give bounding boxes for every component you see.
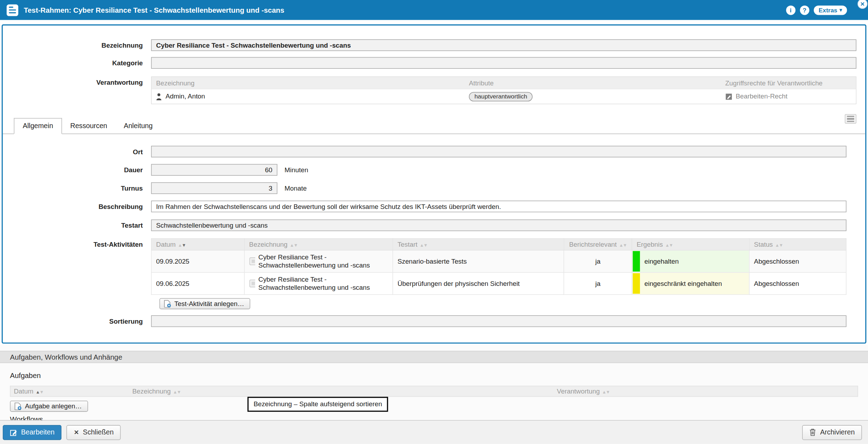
- kategorie-input[interactable]: [151, 57, 856, 69]
- aufgaben-title: Aufgaben: [10, 371, 868, 380]
- sort-icons: ▲▼: [290, 240, 298, 248]
- kategorie-label: Kategorie: [3, 57, 151, 67]
- recht-label: Bearbeiten-Recht: [736, 92, 788, 100]
- dauer-row: Dauer Minuten: [3, 164, 846, 176]
- turnus-label: Turnus: [3, 182, 151, 192]
- sort-icons: ▲▼: [178, 240, 186, 248]
- attribute-badge: hauptverantwortlich: [469, 92, 533, 101]
- cell-testart: Überprüfungen der physischen Sicherheit: [393, 272, 564, 295]
- bezeichnung-input[interactable]: [151, 39, 856, 51]
- col-bezeichnung[interactable]: Bezeichnung▲▼: [244, 239, 393, 250]
- test-aktivitaeten-table: Datum▲▼ Bezeichnung▲▼ Testart▲▼ Berichts…: [151, 238, 846, 295]
- col-status[interactable]: Status▲▼: [749, 239, 846, 250]
- ort-row: Ort: [3, 146, 846, 157]
- result-color-block: [633, 273, 640, 294]
- person-icon: [156, 93, 162, 100]
- activity-icon: [249, 279, 255, 288]
- add-document-icon: [164, 300, 171, 307]
- col-datum[interactable]: Datum▲▼: [151, 239, 244, 250]
- title-bar: Test-Rahmen: Cyber Resiliance Test - Sch…: [0, 0, 868, 20]
- trash-icon: [809, 428, 816, 436]
- layout-toggle-button[interactable]: [845, 114, 856, 124]
- info-button[interactable]: i: [786, 5, 795, 15]
- sortierung-input[interactable]: [151, 315, 846, 327]
- sort-icons: ▲▼: [602, 388, 610, 395]
- col-bezeichnung[interactable]: Bezeichnung▲▼: [132, 388, 557, 395]
- cell-status: Abgeschlossen: [749, 272, 846, 295]
- test-aktivitaeten-label: Test-Aktivitäten: [3, 238, 151, 248]
- section-header[interactable]: Aufgaben, Workflows und Anhänge: [0, 351, 868, 363]
- col-zugriffsrechte: Zugriffsrechte für Verantwortliche: [721, 79, 856, 87]
- sortierung-label: Sortierung: [3, 315, 151, 325]
- cell-testart: Szenario-basierte Tests: [393, 250, 564, 272]
- test-aktivitaet-anlegen-button[interactable]: Test-Aktivität anlegen…: [159, 298, 250, 309]
- sort-icons: ▲▼: [619, 240, 627, 248]
- caret-down-icon: ▾: [839, 7, 842, 13]
- testart-row: Testart: [3, 220, 846, 231]
- table-row[interactable]: 09.09.2025 Cyber Resiliance Test - Schwa…: [151, 250, 846, 272]
- app-window: Test-Rahmen: Cyber Resiliance Test - Sch…: [0, 0, 868, 444]
- footer-bar: Bearbeiten ✕ Schließen Archivieren: [0, 420, 868, 444]
- sort-tooltip: Bezeichnung – Spalte aufsteigend sortier…: [247, 397, 388, 412]
- table-row[interactable]: 09.06.2025 Cyber Resiliance Test - Schwa…: [151, 272, 846, 295]
- activity-icon: [249, 257, 255, 266]
- bezeichnung-row: Bezeichnung: [3, 39, 856, 51]
- archivieren-button[interactable]: Archivieren: [802, 425, 862, 440]
- cell-datum: 09.06.2025: [151, 272, 244, 295]
- sortierung-row: Sortierung: [3, 315, 846, 327]
- verantwortung-label: Verantwortung: [3, 77, 151, 86]
- col-verantwortung[interactable]: Verantwortung▲▼: [557, 388, 858, 395]
- tab-ressourcen[interactable]: Ressourcen: [62, 119, 116, 133]
- schliessen-button[interactable]: ✕ Schließen: [67, 425, 121, 440]
- test-aktivitaeten-row: Test-Aktivitäten Datum▲▼ Bezeichnung▲▼ T…: [3, 238, 846, 295]
- col-testart[interactable]: Testart▲▼: [393, 239, 564, 250]
- dauer-input[interactable]: [151, 164, 277, 176]
- tab-bar: Allgemein Ressourcen Anleitung: [3, 118, 865, 134]
- aufgaben-table-header: Datum▲▼ Bezeichnung▲▼ Verantwortung▲▼: [10, 386, 858, 397]
- sort-icons: ▲▼: [36, 388, 43, 395]
- ort-input[interactable]: [151, 146, 846, 157]
- dauer-label: Dauer: [3, 164, 151, 174]
- aufgabe-anlegen-button[interactable]: Aufgabe anlegen…: [10, 401, 88, 412]
- main-panel: Bezeichnung Kategorie Verantwortung Beze…: [2, 24, 867, 343]
- tab-anleitung[interactable]: Anleitung: [116, 119, 161, 133]
- turnus-input[interactable]: [151, 182, 277, 194]
- cell-ergebnis: eingeschränkt eingehalten: [632, 272, 749, 295]
- turnus-row: Turnus Monate: [3, 182, 846, 194]
- verantwortung-row: Verantwortung Bezeichnung Attribute Zugr…: [3, 77, 856, 104]
- col-berichtsrelevant[interactable]: Berichtsrelevant▲▼: [564, 239, 632, 250]
- col-attribute: Attribute: [469, 79, 721, 87]
- bezeichnung-label: Bezeichnung: [3, 39, 151, 49]
- ort-label: Ort: [3, 146, 151, 156]
- col-bezeichnung: Bezeichnung: [152, 79, 469, 87]
- turnus-unit-label: Monate: [285, 182, 307, 192]
- responsible-row[interactable]: Admin, Anton hauptverantwortlich Bearbei…: [152, 89, 856, 103]
- sort-icons: ▲▼: [665, 240, 673, 248]
- close-button[interactable]: ✕: [857, 0, 867, 9]
- document-icon: [7, 4, 18, 16]
- beschreibung-row: Beschreibung: [3, 200, 846, 212]
- result-color-block: [633, 251, 640, 271]
- extras-button[interactable]: Extras ▾: [814, 5, 847, 15]
- bearbeiten-button[interactable]: Bearbeiten: [3, 425, 62, 440]
- section-title: Aufgaben, Workflows und Anhänge: [10, 353, 122, 361]
- edit-right-icon: [725, 93, 732, 100]
- cell-berichtsrelevant: ja: [564, 272, 632, 295]
- sort-icons: ▲▼: [420, 240, 427, 248]
- col-ergebnis[interactable]: Ergebnis▲▼: [632, 239, 749, 250]
- help-button[interactable]: ?: [800, 5, 809, 15]
- kategorie-row: Kategorie: [3, 57, 856, 69]
- col-datum[interactable]: Datum▲▼: [11, 388, 132, 395]
- cell-bezeichnung: Cyber Resiliance Test - Schwachstellenbe…: [244, 272, 393, 295]
- window-title: Test-Rahmen: Cyber Resiliance Test - Sch…: [24, 6, 285, 14]
- beschreibung-input[interactable]: [151, 200, 846, 212]
- tab-allgemein[interactable]: Allgemein: [14, 118, 62, 134]
- verantwortung-table: Bezeichnung Attribute Zugriffsrechte für…: [151, 77, 856, 104]
- beschreibung-label: Beschreibung: [3, 200, 151, 210]
- sort-icons: ▲▼: [173, 388, 181, 395]
- sort-icons: ▲▼: [775, 240, 783, 248]
- responsible-name: Admin, Anton: [165, 92, 205, 100]
- testart-label: Testart: [3, 220, 151, 229]
- add-document-icon: [14, 402, 22, 410]
- testart-input[interactable]: [151, 220, 846, 231]
